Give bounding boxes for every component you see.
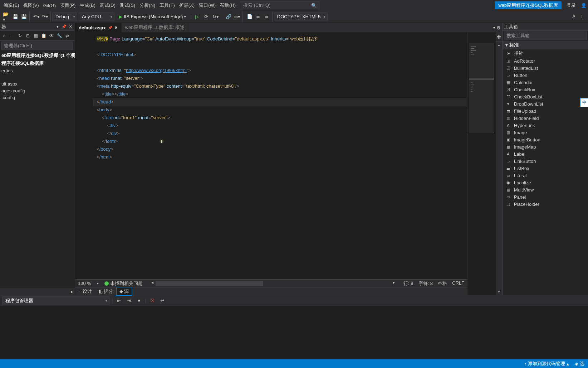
preview-icon[interactable]: 👁 [48,32,55,39]
browser-link-icon[interactable]: 🔗 [225,13,232,21]
left-scroll[interactable]: ▸ [0,288,75,295]
line-indicator[interactable]: 行: 9 [403,280,413,287]
view-tab-split[interactable]: ◧拆分 [95,287,116,296]
view-tab-design[interactable]: ▫设计 [77,287,95,296]
vscrollbar[interactable]: ✚ ▴ ▾ [496,32,502,295]
tool-item-adrotator[interactable]: ◫AdRotator [503,57,588,64]
tool-item-hiddenfield[interactable]: ▥HiddenField [503,115,588,122]
tool-item-placeholder[interactable]: ▢PlaceHolder [503,200,588,208]
play-alt-icon[interactable]: ▷ [193,13,201,21]
tool-item-bulletedlist[interactable]: ☰BulletedList [503,64,588,72]
col-indicator[interactable]: 字符: 8 [418,280,433,287]
scroll-thumb[interactable] [156,281,263,286]
tree-item-packages[interactable]: ages.config [0,87,75,94]
share-icon[interactable]: ↗ [569,13,577,21]
tool-item-checkbox[interactable]: ☑CheckBox [503,86,588,93]
show-all-icon[interactable]: ▦ [32,32,39,39]
wrench-icon[interactable]: 🔧 [56,32,63,39]
package-source-dropdown[interactable]: 程序包管理器 [2,296,109,305]
menu-build[interactable]: 生成(B) [78,1,97,10]
menu-git[interactable]: Git(G) [41,1,58,10]
solution-search[interactable]: 管理器(Ctrl+;) [1,42,73,50]
toolbox-search[interactable]: 搜索工具箱 [504,32,587,40]
tool-item-fileupload[interactable]: ⬒FileUpload [503,107,588,115]
menu-tools[interactable]: 工具(T) [157,1,177,10]
menu-test[interactable]: 测试(S) [118,1,137,10]
restart-icon[interactable]: ↻▾ [212,13,220,21]
sync-icon[interactable]: ⇄ [64,32,71,39]
gear-icon[interactable]: ⚙ [496,25,501,30]
dash-icon[interactable]: — [9,32,16,39]
chevron-down-icon[interactable]: ▾ [97,282,99,285]
tool-item-hyperlink[interactable]: AHyperLink [503,122,588,129]
solution-name[interactable]: web应用程序连接SQL数据库 [495,1,562,9]
open-icon[interactable]: 📂▾ [3,13,11,21]
dropdown-icon[interactable]: ▾ [55,24,60,30]
css-icon[interactable]: ▭▾ [233,13,241,21]
tool-item-imagebutton[interactable]: ▣ImageButton [503,136,588,143]
menu-edit[interactable]: 编辑(E) [1,1,21,10]
refresh-icon[interactable]: ↻ [16,32,24,39]
indent-icon[interactable]: ≣ [254,13,262,21]
output-content[interactable] [0,306,588,359]
pin-icon[interactable]: 📌 [108,26,112,30]
user-icon[interactable]: 👤 [581,3,587,8]
redo-icon[interactable]: ↷▾ [41,13,49,21]
split-editor-icon[interactable]: ✚ [496,32,502,42]
doctype-dropdown[interactable]: DOCTYPE: XHTML5 [274,13,328,21]
menu-extensions[interactable]: 扩展(X) [177,1,197,10]
save-icon[interactable]: 💾 [11,13,19,21]
menu-project[interactable]: 项目(P) [58,1,78,10]
tool-item-multiview[interactable]: ▦MultiView [503,186,588,193]
tool-item-dropdownlist[interactable]: ▾DropDownList [503,100,588,107]
tool-item-imagemap[interactable]: ▩ImageMap [503,143,588,150]
menu-help[interactable]: 帮助(H) [218,1,238,10]
eol-indicator[interactable]: CRLF [452,280,464,287]
platform-dropdown[interactable]: Any CPU [79,13,114,21]
list-icon[interactable]: ≡ [135,297,143,305]
minimap-viewport[interactable]: ▬▬▬▬▬▬ [469,79,494,133]
tab-default-aspx[interactable]: default.aspx 📌 ✕ [75,23,122,32]
source-control-status[interactable]: ↑ 添加到源代码管理 ▴ [524,360,569,367]
wrap-icon[interactable]: ↩ [158,297,166,305]
tree-solution[interactable]: eb应用程序连接SQL数据库"(1 个项 [0,52,75,59]
tool-item-listbox[interactable]: ☰ListBox [503,165,588,172]
pin-icon[interactable]: 📌 [61,24,67,30]
tool-item-linkbutton[interactable]: ▭LinkButton [503,158,588,165]
menu-analyze[interactable]: 分析(N) [137,1,157,10]
tool-item-指针[interactable]: ➤指针 [503,49,588,57]
close-icon[interactable]: ✕ [114,25,118,30]
code-editor[interactable]: <%@ Page Language="C#" AutoEventWireup="… [75,32,467,295]
config-dropdown[interactable]: Debug [52,13,77,21]
scroll-left-icon[interactable]: ◀ [151,281,153,284]
tool-item-calendar[interactable]: ▦Calendar [503,79,588,86]
step-icon[interactable]: ⟳ [202,13,210,21]
menu-debug[interactable]: 调试(D) [98,1,118,10]
add-tab-icon[interactable]: ▾ [493,26,495,30]
tool-item-panel[interactable]: ▭Panel [503,193,588,200]
tab-overview[interactable]: web应用程序...L数据库: 概述 [122,23,188,32]
zoom-level[interactable]: 130 % [78,281,91,286]
scroll-down-icon[interactable]: ▾ [496,289,502,295]
indent-left-icon[interactable]: ⇤ [115,297,123,305]
tool-item-image[interactable]: ▧Image [503,129,588,136]
tool-item-literal[interactable]: ▭Literal [503,172,588,179]
tool-item-localize[interactable]: ◉Localize [503,179,588,186]
menu-window[interactable]: 窗口(W) [197,1,218,10]
tool-item-checkboxlist[interactable]: ☷CheckBoxList [503,93,588,100]
run-button[interactable]: ▶ IIS Express (Microsoft Edge) ▾ [116,13,189,21]
scroll-right-icon[interactable]: ▶ [393,281,395,284]
properties-icon[interactable]: 📋 [40,32,47,39]
global-search[interactable]: 搜索 (Ctrl+Q) 🔍 [241,1,319,9]
close-icon[interactable]: ✕ [68,24,73,30]
selection-status[interactable]: ◈ 选 [575,360,584,367]
tree-project[interactable]: 程序连接SQL数据库 [0,59,75,67]
tree-item-aspx[interactable]: ult.aspx [0,81,75,87]
scroll-track[interactable] [496,48,502,289]
tree-item-config[interactable]: .config [0,94,75,101]
tool-item-label[interactable]: ALabel [503,150,588,158]
tool-item-button[interactable]: ▭Button [503,72,588,79]
scroll-up-icon[interactable]: ▴ [496,42,502,48]
ime-badge[interactable]: 中 [580,98,588,107]
live-icon[interactable]: L [579,13,587,21]
